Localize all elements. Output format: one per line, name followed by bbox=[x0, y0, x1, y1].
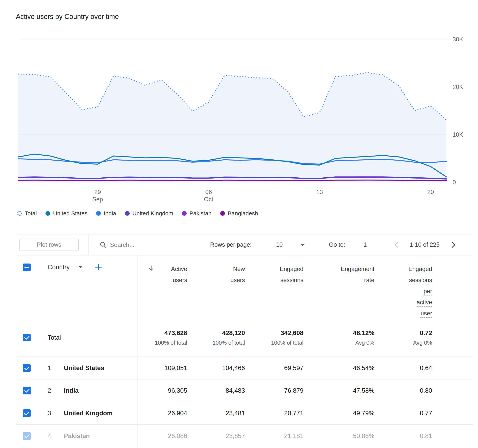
svg-text:06: 06 bbox=[205, 189, 212, 195]
cell-engaged-sessions: 69,597 bbox=[245, 364, 303, 372]
column-header-engaged-sessions-per-active-user[interactable]: Engaged sessions per active user bbox=[374, 263, 432, 319]
svg-text:10K: 10K bbox=[453, 131, 463, 138]
total-row-label: Total bbox=[48, 334, 61, 341]
cell-new-users: 84,483 bbox=[187, 387, 245, 394]
country-name: India bbox=[55, 387, 137, 394]
row-checkbox[interactable] bbox=[23, 409, 31, 417]
svg-text:20: 20 bbox=[427, 189, 434, 195]
row-checkbox[interactable] bbox=[23, 387, 31, 394]
svg-text:30K: 30K bbox=[453, 36, 463, 43]
rows-per-page-select[interactable]: 10 bbox=[276, 241, 283, 248]
chart-legend: Total United States India United Kingdom… bbox=[17, 210, 258, 217]
toolbar-divider bbox=[88, 234, 88, 255]
table-row-united-kingdom: 3 United Kingdom 26,904 23,481 20,771 49… bbox=[16, 402, 473, 425]
country-name: United Kingdom bbox=[55, 410, 137, 417]
cell-new-users: 23,481 bbox=[187, 410, 245, 417]
cell-engagement-rate: 46.54% bbox=[303, 364, 374, 372]
country-dropdown-icon[interactable] bbox=[79, 266, 82, 268]
column-header-engaged-sessions[interactable]: Engaged sessions bbox=[245, 263, 303, 286]
table-row-pakistan: 4 Pakistan 26,086 23,857 21,181 50.86% 0… bbox=[16, 425, 473, 447]
add-dimension-icon[interactable] bbox=[95, 264, 102, 271]
united-kingdom-series-icon bbox=[125, 211, 130, 216]
total-engagement-rate: 48.12%Avg 0% bbox=[303, 329, 374, 346]
column-header-engagement-rate[interactable]: Engagement rate bbox=[303, 263, 374, 286]
cell-new-users: 104,466 bbox=[187, 364, 245, 372]
rows-per-page-label: Rows per page: bbox=[210, 241, 252, 248]
bangladesh-series-icon bbox=[220, 211, 225, 216]
select-all-checkbox[interactable] bbox=[23, 263, 31, 271]
search-icon bbox=[99, 241, 107, 249]
search-input[interactable] bbox=[110, 241, 190, 248]
total-row-checkbox[interactable] bbox=[23, 334, 31, 341]
cell-active-users: 26,904 bbox=[137, 410, 187, 417]
row-checkbox[interactable] bbox=[23, 432, 31, 440]
legend-item-pakistan: Pakistan bbox=[182, 210, 211, 217]
go-to-page-input[interactable]: 1 bbox=[364, 241, 367, 248]
legend-label-united-kingdom: United Kingdom bbox=[132, 210, 173, 217]
cell-engaged-sessions-per-active-user: 0.81 bbox=[374, 432, 432, 440]
cell-engaged-sessions: 76,879 bbox=[245, 387, 303, 394]
go-to-label: Go to: bbox=[329, 241, 345, 248]
svg-text:20K: 20K bbox=[453, 84, 463, 90]
united-states-series-icon bbox=[45, 211, 50, 216]
column-header-active-users[interactable]: Active users bbox=[137, 263, 187, 286]
cell-active-users: 26,086 bbox=[137, 432, 187, 440]
cell-engagement-rate: 47.58% bbox=[303, 387, 374, 394]
legend-label-total: Total bbox=[25, 210, 37, 217]
row-checkbox[interactable] bbox=[23, 364, 31, 372]
next-page-icon[interactable] bbox=[450, 242, 455, 248]
india-series-icon bbox=[96, 211, 101, 216]
svg-text:29: 29 bbox=[94, 189, 101, 195]
row-number: 4 bbox=[39, 432, 55, 440]
active-users-chart: 010K20K30K29Sep06Oct1320 bbox=[0, 31, 478, 207]
country-column-header[interactable]: Country bbox=[48, 263, 70, 271]
cell-engagement-rate: 50.86% bbox=[303, 432, 374, 440]
total-new-users: 428,120100% of total bbox=[187, 329, 245, 346]
analytics-report-page: Active users by Country over time 010K20… bbox=[0, 0, 478, 448]
legend-label-pakistan: Pakistan bbox=[189, 210, 211, 217]
legend-item-bangladesh: Bangladesh bbox=[220, 210, 258, 217]
total-series-icon bbox=[17, 211, 22, 216]
cell-engaged-sessions-per-active-user: 0.64 bbox=[374, 364, 432, 372]
table-total-row: Total 473,628100% of total 428,120100% o… bbox=[16, 319, 473, 357]
total-engaged-sessions-per-active-user: 0.72Avg 0% bbox=[374, 329, 432, 346]
cell-engaged-sessions-per-active-user: 0.77 bbox=[374, 410, 432, 417]
cell-new-users: 23,857 bbox=[187, 432, 245, 440]
svg-text:Sep: Sep bbox=[92, 196, 103, 203]
table-row-india: 2 India 96,305 84,483 76,879 47.58% 0.80 bbox=[16, 379, 473, 402]
cell-active-users: 109,051 bbox=[137, 364, 187, 372]
legend-label-bangladesh: Bangladesh bbox=[228, 210, 258, 217]
legend-item-india: India bbox=[96, 210, 116, 217]
table-toolbar: Plot rows Rows per page: 10 Go to: 1 1-1… bbox=[16, 234, 473, 256]
legend-item-united-states: United States bbox=[45, 210, 87, 217]
previous-page-icon[interactable] bbox=[395, 242, 401, 248]
rows-per-page-caret-icon[interactable] bbox=[300, 244, 305, 246]
pagination-range: 1-10 of 225 bbox=[409, 241, 440, 248]
svg-text:13: 13 bbox=[316, 189, 323, 195]
cell-engaged-sessions: 20,771 bbox=[245, 410, 303, 417]
row-number: 1 bbox=[39, 364, 55, 372]
cell-active-users: 96,305 bbox=[137, 387, 187, 394]
row-number: 2 bbox=[39, 387, 55, 394]
column-header-new-users[interactable]: New users bbox=[187, 263, 245, 286]
country-name: United States bbox=[55, 364, 137, 372]
svg-text:Oct: Oct bbox=[204, 196, 213, 203]
table-row-united-states: 1 United States 109,051 104,466 69,597 4… bbox=[16, 357, 473, 379]
legend-label-united-states: United States bbox=[53, 210, 87, 217]
countries-table: Country Active users New users Engaged s… bbox=[16, 256, 473, 448]
row-number: 3 bbox=[39, 410, 55, 417]
plot-rows-button[interactable]: Plot rows bbox=[19, 239, 79, 251]
legend-label-india: India bbox=[104, 210, 116, 217]
table-header-row: Country Active users New users Engaged s… bbox=[16, 256, 473, 319]
pakistan-series-icon bbox=[182, 211, 187, 216]
svg-text:0: 0 bbox=[453, 179, 456, 186]
total-engaged-sessions: 342,608100% of total bbox=[245, 329, 303, 346]
legend-item-total: Total bbox=[17, 210, 37, 217]
cell-engagement-rate: 49.79% bbox=[303, 410, 374, 417]
country-name: Pakistan bbox=[55, 432, 137, 440]
legend-item-united-kingdom: United Kingdom bbox=[125, 210, 173, 217]
total-active-users: 473,628100% of total bbox=[137, 329, 187, 346]
sort-descending-icon bbox=[148, 265, 155, 272]
chart-svg: 010K20K30K29Sep06Oct1320 bbox=[0, 31, 478, 207]
cell-engaged-sessions: 21,181 bbox=[245, 432, 303, 440]
